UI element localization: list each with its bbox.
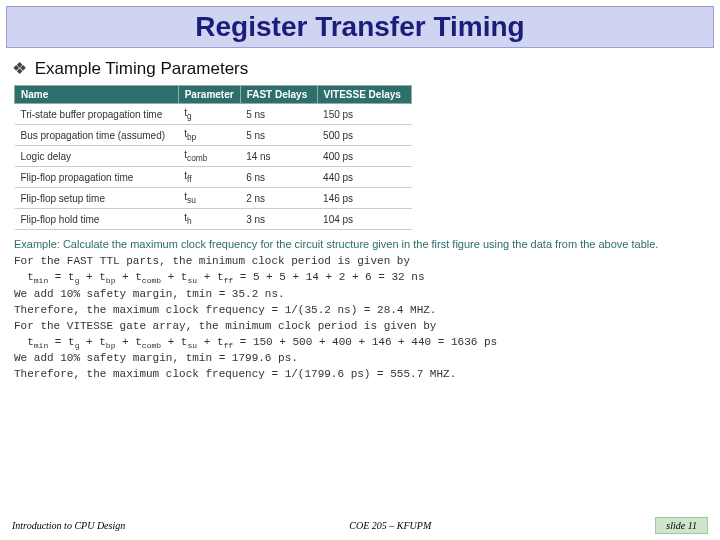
params-table-wrap: Name Parameter FAST Delays VITESSE Delay… — [14, 85, 706, 230]
calc-line: For the VITESSE gate array, the minimum … — [14, 320, 436, 332]
calc-line: tmin = tg + tbp + tcomb + tsu + tff = 5 … — [14, 271, 425, 283]
footer-right: slide 11 — [655, 517, 708, 534]
cell-param: tff — [178, 167, 240, 188]
cell-name: Flip-flop setup time — [15, 188, 179, 209]
cell-param: tg — [178, 104, 240, 125]
page-title: Register Transfer Timing — [17, 11, 703, 43]
cell-name: Tri-state buffer propagation time — [15, 104, 179, 125]
calc-line: Therefore, the maximum clock frequency =… — [14, 304, 436, 316]
cell-fast: 3 ns — [240, 209, 317, 230]
cell-vitesse: 500 ps — [317, 125, 411, 146]
col-fast: FAST Delays — [240, 86, 317, 104]
cell-fast: 6 ns — [240, 167, 317, 188]
table-row: Flip-flop setup time tsu 2 ns 146 ps — [15, 188, 412, 209]
cell-vitesse: 150 ps — [317, 104, 411, 125]
cell-vitesse: 440 ps — [317, 167, 411, 188]
calc-line: We add 10% safety margin, tmin = 35.2 ns… — [14, 288, 285, 300]
cell-fast: 5 ns — [240, 125, 317, 146]
cell-param: tsu — [178, 188, 240, 209]
cell-vitesse: 400 ps — [317, 146, 411, 167]
calc-line: tmin = tg + tbp + tcomb + tsu + tff = 15… — [14, 336, 497, 348]
footer-center: COE 205 – KFUPM — [349, 520, 431, 531]
cell-name: Bus propagation time (assumed) — [15, 125, 179, 146]
title-bar: Register Transfer Timing — [6, 6, 714, 48]
params-table: Name Parameter FAST Delays VITESSE Delay… — [14, 85, 412, 230]
footer: Introduction to CPU Design COE 205 – KFU… — [0, 517, 720, 534]
subtitle-row: ❖ Example Timing Parameters — [12, 58, 708, 79]
cell-fast: 14 ns — [240, 146, 317, 167]
calc-line: We add 10% safety margin, tmin = 1799.6 … — [14, 352, 298, 364]
table-header-row: Name Parameter FAST Delays VITESSE Delay… — [15, 86, 412, 104]
table-row: Logic delay tcomb 14 ns 400 ps — [15, 146, 412, 167]
cell-name: Logic delay — [15, 146, 179, 167]
cell-name: Flip-flop propagation time — [15, 167, 179, 188]
example-prompt: Example: Calculate the maximum clock fre… — [14, 238, 706, 250]
calculation-block: For the FAST TTL parts, the minimum cloc… — [14, 254, 706, 383]
bullet-icon: ❖ — [12, 58, 26, 79]
cell-param: tbp — [178, 125, 240, 146]
cell-fast: 5 ns — [240, 104, 317, 125]
cell-name: Flip-flop hold time — [15, 209, 179, 230]
table-row: Flip-flop hold time th 3 ns 104 ps — [15, 209, 412, 230]
cell-vitesse: 104 ps — [317, 209, 411, 230]
table-row: Flip-flop propagation time tff 6 ns 440 … — [15, 167, 412, 188]
col-vitesse: VITESSE Delays — [317, 86, 411, 104]
calc-line: Therefore, the maximum clock frequency =… — [14, 368, 456, 380]
cell-param: tcomb — [178, 146, 240, 167]
calc-line: For the FAST TTL parts, the minimum cloc… — [14, 255, 410, 267]
cell-fast: 2 ns — [240, 188, 317, 209]
cell-param: th — [178, 209, 240, 230]
footer-left: Introduction to CPU Design — [12, 520, 125, 531]
table-row: Tri-state buffer propagation time tg 5 n… — [15, 104, 412, 125]
table-row: Bus propagation time (assumed) tbp 5 ns … — [15, 125, 412, 146]
col-name: Name — [15, 86, 179, 104]
col-param: Parameter — [178, 86, 240, 104]
cell-vitesse: 146 ps — [317, 188, 411, 209]
subtitle-text: Example Timing Parameters — [35, 59, 249, 78]
